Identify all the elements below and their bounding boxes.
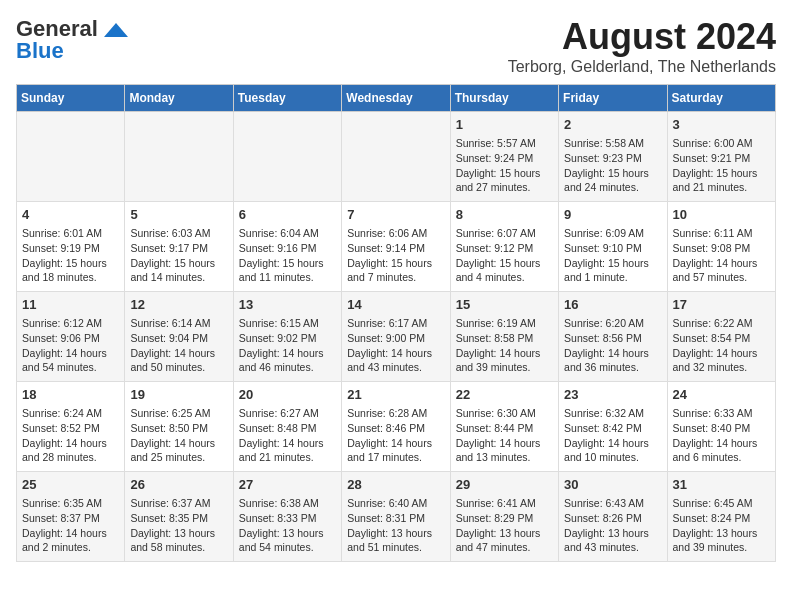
calendar-cell: [233, 112, 341, 202]
day-content: Sunrise: 6:40 AM Sunset: 8:31 PM Dayligh…: [347, 496, 444, 555]
column-header-wednesday: Wednesday: [342, 85, 450, 112]
column-header-monday: Monday: [125, 85, 233, 112]
calendar-cell: 4Sunrise: 6:01 AM Sunset: 9:19 PM Daylig…: [17, 202, 125, 292]
day-number: 6: [239, 206, 336, 224]
day-number: 22: [456, 386, 553, 404]
calendar-cell: 14Sunrise: 6:17 AM Sunset: 9:00 PM Dayli…: [342, 292, 450, 382]
calendar-cell: 21Sunrise: 6:28 AM Sunset: 8:46 PM Dayli…: [342, 382, 450, 472]
day-content: Sunrise: 6:03 AM Sunset: 9:17 PM Dayligh…: [130, 226, 227, 285]
calendar-cell: 15Sunrise: 6:19 AM Sunset: 8:58 PM Dayli…: [450, 292, 558, 382]
day-content: Sunrise: 6:07 AM Sunset: 9:12 PM Dayligh…: [456, 226, 553, 285]
calendar-cell: 6Sunrise: 6:04 AM Sunset: 9:16 PM Daylig…: [233, 202, 341, 292]
day-number: 3: [673, 116, 770, 134]
day-number: 29: [456, 476, 553, 494]
column-header-friday: Friday: [559, 85, 667, 112]
logo-icon: [100, 19, 132, 41]
day-content: Sunrise: 6:14 AM Sunset: 9:04 PM Dayligh…: [130, 316, 227, 375]
day-content: Sunrise: 6:01 AM Sunset: 9:19 PM Dayligh…: [22, 226, 119, 285]
day-content: Sunrise: 6:24 AM Sunset: 8:52 PM Dayligh…: [22, 406, 119, 465]
column-header-thursday: Thursday: [450, 85, 558, 112]
week-row-4: 18Sunrise: 6:24 AM Sunset: 8:52 PM Dayli…: [17, 382, 776, 472]
calendar-cell: 5Sunrise: 6:03 AM Sunset: 9:17 PM Daylig…: [125, 202, 233, 292]
day-content: Sunrise: 6:20 AM Sunset: 8:56 PM Dayligh…: [564, 316, 661, 375]
week-row-5: 25Sunrise: 6:35 AM Sunset: 8:37 PM Dayli…: [17, 472, 776, 562]
title-area: August 2024 Terborg, Gelderland, The Net…: [508, 16, 776, 76]
column-header-tuesday: Tuesday: [233, 85, 341, 112]
day-number: 20: [239, 386, 336, 404]
calendar-cell: 31Sunrise: 6:45 AM Sunset: 8:24 PM Dayli…: [667, 472, 775, 562]
day-number: 11: [22, 296, 119, 314]
day-number: 4: [22, 206, 119, 224]
day-number: 18: [22, 386, 119, 404]
day-number: 30: [564, 476, 661, 494]
logo-blue-text: Blue: [16, 38, 64, 64]
week-row-3: 11Sunrise: 6:12 AM Sunset: 9:06 PM Dayli…: [17, 292, 776, 382]
calendar-cell: 10Sunrise: 6:11 AM Sunset: 9:08 PM Dayli…: [667, 202, 775, 292]
day-number: 16: [564, 296, 661, 314]
calendar-cell: 29Sunrise: 6:41 AM Sunset: 8:29 PM Dayli…: [450, 472, 558, 562]
calendar-cell: 2Sunrise: 5:58 AM Sunset: 9:23 PM Daylig…: [559, 112, 667, 202]
day-number: 24: [673, 386, 770, 404]
calendar-cell: 13Sunrise: 6:15 AM Sunset: 9:02 PM Dayli…: [233, 292, 341, 382]
day-content: Sunrise: 6:25 AM Sunset: 8:50 PM Dayligh…: [130, 406, 227, 465]
column-header-saturday: Saturday: [667, 85, 775, 112]
day-number: 26: [130, 476, 227, 494]
column-header-sunday: Sunday: [17, 85, 125, 112]
calendar-cell: 16Sunrise: 6:20 AM Sunset: 8:56 PM Dayli…: [559, 292, 667, 382]
week-row-2: 4Sunrise: 6:01 AM Sunset: 9:19 PM Daylig…: [17, 202, 776, 292]
day-content: Sunrise: 6:09 AM Sunset: 9:10 PM Dayligh…: [564, 226, 661, 285]
day-content: Sunrise: 6:32 AM Sunset: 8:42 PM Dayligh…: [564, 406, 661, 465]
calendar-cell: 12Sunrise: 6:14 AM Sunset: 9:04 PM Dayli…: [125, 292, 233, 382]
day-number: 27: [239, 476, 336, 494]
day-number: 25: [22, 476, 119, 494]
calendar-cell: 22Sunrise: 6:30 AM Sunset: 8:44 PM Dayli…: [450, 382, 558, 472]
calendar-cell: 28Sunrise: 6:40 AM Sunset: 8:31 PM Dayli…: [342, 472, 450, 562]
calendar-cell: 17Sunrise: 6:22 AM Sunset: 8:54 PM Dayli…: [667, 292, 775, 382]
day-content: Sunrise: 6:17 AM Sunset: 9:00 PM Dayligh…: [347, 316, 444, 375]
day-content: Sunrise: 6:38 AM Sunset: 8:33 PM Dayligh…: [239, 496, 336, 555]
calendar-cell: 3Sunrise: 6:00 AM Sunset: 9:21 PM Daylig…: [667, 112, 775, 202]
day-number: 2: [564, 116, 661, 134]
calendar-header-row: SundayMondayTuesdayWednesdayThursdayFrid…: [17, 85, 776, 112]
day-content: Sunrise: 6:12 AM Sunset: 9:06 PM Dayligh…: [22, 316, 119, 375]
logo: General Blue: [16, 16, 132, 64]
calendar-cell: 25Sunrise: 6:35 AM Sunset: 8:37 PM Dayli…: [17, 472, 125, 562]
calendar-cell: 19Sunrise: 6:25 AM Sunset: 8:50 PM Dayli…: [125, 382, 233, 472]
day-content: Sunrise: 6:45 AM Sunset: 8:24 PM Dayligh…: [673, 496, 770, 555]
main-title: August 2024: [508, 16, 776, 58]
day-number: 17: [673, 296, 770, 314]
day-content: Sunrise: 6:30 AM Sunset: 8:44 PM Dayligh…: [456, 406, 553, 465]
calendar-cell: [342, 112, 450, 202]
day-number: 14: [347, 296, 444, 314]
day-number: 12: [130, 296, 227, 314]
subtitle: Terborg, Gelderland, The Netherlands: [508, 58, 776, 76]
day-number: 10: [673, 206, 770, 224]
calendar-cell: 26Sunrise: 6:37 AM Sunset: 8:35 PM Dayli…: [125, 472, 233, 562]
day-number: 31: [673, 476, 770, 494]
day-content: Sunrise: 6:35 AM Sunset: 8:37 PM Dayligh…: [22, 496, 119, 555]
day-content: Sunrise: 6:37 AM Sunset: 8:35 PM Dayligh…: [130, 496, 227, 555]
calendar-cell: 30Sunrise: 6:43 AM Sunset: 8:26 PM Dayli…: [559, 472, 667, 562]
day-content: Sunrise: 5:57 AM Sunset: 9:24 PM Dayligh…: [456, 136, 553, 195]
calendar-table: SundayMondayTuesdayWednesdayThursdayFrid…: [16, 84, 776, 562]
calendar-cell: 8Sunrise: 6:07 AM Sunset: 9:12 PM Daylig…: [450, 202, 558, 292]
week-row-1: 1Sunrise: 5:57 AM Sunset: 9:24 PM Daylig…: [17, 112, 776, 202]
calendar-cell: 20Sunrise: 6:27 AM Sunset: 8:48 PM Dayli…: [233, 382, 341, 472]
day-number: 23: [564, 386, 661, 404]
day-content: Sunrise: 6:28 AM Sunset: 8:46 PM Dayligh…: [347, 406, 444, 465]
calendar-cell: 1Sunrise: 5:57 AM Sunset: 9:24 PM Daylig…: [450, 112, 558, 202]
calendar-cell: [125, 112, 233, 202]
day-number: 9: [564, 206, 661, 224]
day-number: 21: [347, 386, 444, 404]
day-content: Sunrise: 6:04 AM Sunset: 9:16 PM Dayligh…: [239, 226, 336, 285]
day-number: 8: [456, 206, 553, 224]
day-content: Sunrise: 6:33 AM Sunset: 8:40 PM Dayligh…: [673, 406, 770, 465]
day-content: Sunrise: 6:11 AM Sunset: 9:08 PM Dayligh…: [673, 226, 770, 285]
day-number: 5: [130, 206, 227, 224]
day-content: Sunrise: 6:27 AM Sunset: 8:48 PM Dayligh…: [239, 406, 336, 465]
calendar-cell: 27Sunrise: 6:38 AM Sunset: 8:33 PM Dayli…: [233, 472, 341, 562]
calendar-cell: 18Sunrise: 6:24 AM Sunset: 8:52 PM Dayli…: [17, 382, 125, 472]
day-content: Sunrise: 5:58 AM Sunset: 9:23 PM Dayligh…: [564, 136, 661, 195]
day-number: 13: [239, 296, 336, 314]
day-number: 19: [130, 386, 227, 404]
